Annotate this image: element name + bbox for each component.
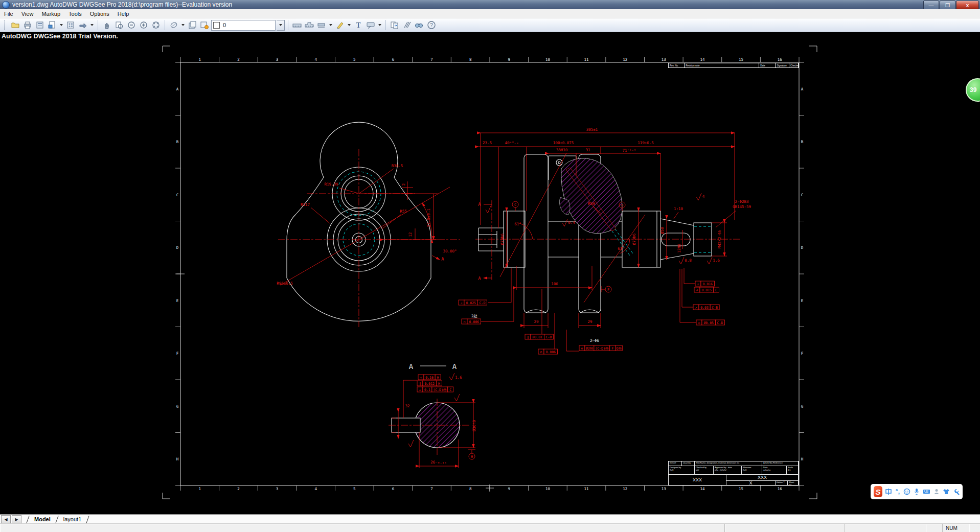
- tab-scroll-left-button[interactable]: ◀: [1, 515, 11, 524]
- dim-label: 31: [585, 148, 590, 152]
- title-block-cell: XXX: [669, 475, 726, 485]
- zoom-extents-button[interactable]: [150, 19, 162, 31]
- export-dropdown[interactable]: [60, 24, 63, 26]
- next-file-button[interactable]: [77, 19, 88, 31]
- drawing-canvas[interactable]: ↗0.025C-D∩0.006∥Ø0.01C-D∩0.006⊕Ø2Ⓜ(C-D)Ⓜ…: [0, 0, 980, 532]
- title-block: ItemrefQuantityTitle/Name, designation, …: [668, 461, 799, 485]
- zone-number: 2: [237, 57, 240, 62]
- zone-number: 2: [237, 487, 240, 491]
- print-button[interactable]: [22, 19, 33, 31]
- zone-number: 8: [469, 487, 472, 491]
- dim-label: Ø30h9: [472, 420, 476, 432]
- zone-number: 6: [392, 487, 395, 491]
- title-block-cell: Itemref: [669, 461, 682, 466]
- tab-scroll-right-button[interactable]: ▶: [12, 515, 21, 524]
- dim-label: 61°: [618, 246, 625, 251]
- dim-label: M42X2-6h: [717, 230, 722, 248]
- svg-text:?: ?: [430, 22, 433, 28]
- dimension-button[interactable]: [316, 19, 327, 31]
- measure-distance-button[interactable]: [291, 19, 303, 31]
- pan-button[interactable]: [101, 19, 112, 31]
- export-button[interactable]: [47, 19, 58, 31]
- menu-file[interactable]: File: [0, 10, 17, 17]
- zone-number: 7: [430, 487, 433, 491]
- markup-pen-dropdown[interactable]: [348, 24, 351, 26]
- dim-label: 1.6: [713, 258, 720, 263]
- dim-label: F: [607, 288, 609, 292]
- feature-control-frame-text: ∩: [540, 350, 542, 354]
- layer-select[interactable]: 0: [211, 20, 276, 31]
- zone-number: 16: [778, 57, 783, 62]
- sogou-logo[interactable]: S: [874, 486, 882, 497]
- thumbnail-view-button[interactable]: [65, 19, 76, 31]
- layer-select-dropdown[interactable]: [277, 20, 285, 31]
- tab-divider: [55, 516, 58, 523]
- menu-tools[interactable]: Tools: [64, 10, 86, 17]
- side-view: [475, 133, 741, 351]
- title-bar: version1.dwg AutoDWG DWGSee Pro 2018(d:\…: [0, 0, 980, 9]
- open-button[interactable]: [10, 19, 21, 31]
- dim-label: 61°: [514, 222, 521, 226]
- restore-button[interactable]: ❐: [940, 1, 955, 10]
- menu-view[interactable]: View: [17, 10, 38, 17]
- zone-number: 14: [700, 57, 705, 62]
- copy-to-clipboard-button[interactable]: [389, 19, 400, 31]
- markup-pen-button[interactable]: [334, 19, 346, 31]
- next-file-dropdown[interactable]: [90, 24, 94, 26]
- account-icon[interactable]: [933, 488, 940, 496]
- feature-control-frame-text: C-D: [546, 335, 552, 339]
- text-tool-button[interactable]: T: [353, 19, 364, 31]
- dimension-dropdown[interactable]: [329, 24, 332, 26]
- dim-label: 23.5: [483, 141, 492, 145]
- front-view: [278, 122, 460, 327]
- callout-button[interactable]: [365, 19, 376, 31]
- dim-label: A: [441, 257, 444, 262]
- zone-letter: E: [801, 298, 804, 303]
- menu-help[interactable]: Help: [113, 10, 133, 17]
- find-button[interactable]: [414, 19, 425, 31]
- dim-label: Ø70h6: [632, 233, 636, 245]
- zoom-window-button[interactable]: [113, 19, 125, 31]
- zone-number: 5: [353, 57, 356, 62]
- menu-options[interactable]: Options: [86, 10, 113, 17]
- layer-color-button[interactable]: [199, 19, 210, 31]
- zone-number: 10: [545, 57, 551, 62]
- menu-markup[interactable]: Markup: [37, 10, 64, 17]
- title-block-cell: Scale1:1: [787, 466, 799, 475]
- dim-label: A: [478, 202, 481, 207]
- print-preview-button[interactable]: [34, 19, 45, 31]
- layout-tab-strip: ◀ ▶ Model layout1: [0, 514, 980, 524]
- soft-keyboard-icon[interactable]: [923, 488, 930, 496]
- title-block-cell: XXX: [726, 475, 799, 481]
- tab-layout1[interactable]: layout1: [60, 516, 84, 522]
- dim-label: A: [409, 362, 414, 371]
- feature-control-frame-text: C: [715, 288, 717, 292]
- minimize-button[interactable]: —: [923, 1, 939, 10]
- emoji-icon[interactable]: [903, 488, 910, 496]
- zoom-in-button[interactable]: [138, 19, 149, 31]
- title-block-cell: Title/Name, designation, material, dimen…: [695, 461, 762, 466]
- zone-number: 4: [314, 57, 317, 62]
- zone-letter: F: [176, 351, 179, 356]
- voice-input-icon[interactable]: [913, 488, 920, 496]
- hatch-settings-button[interactable]: [401, 19, 413, 31]
- callout-dropdown[interactable]: [378, 24, 381, 26]
- skin-icon[interactable]: [943, 488, 950, 496]
- feature-control-frame-text: 0.1: [424, 388, 430, 392]
- eraser-tool-button[interactable]: [168, 19, 179, 31]
- chinese-mode-icon[interactable]: [885, 488, 892, 496]
- layers-button[interactable]: [187, 19, 198, 31]
- dim-label: H: [471, 455, 473, 459]
- zone-letter: A: [801, 87, 804, 91]
- eraser-dropdown[interactable]: [181, 24, 185, 26]
- close-button[interactable]: x: [956, 1, 979, 10]
- zoom-out-button[interactable]: [126, 19, 137, 31]
- tab-model[interactable]: Model: [31, 516, 54, 522]
- dim-label: 29: [587, 319, 592, 324]
- measure-area-button[interactable]: [304, 19, 315, 31]
- dim-label: 2: [401, 183, 406, 186]
- settings-wrench-icon[interactable]: [952, 488, 960, 496]
- dim-label: 40⁺⁸₋₃: [505, 141, 518, 145]
- punctuation-icon[interactable]: °,: [895, 488, 901, 496]
- help-button[interactable]: ?: [426, 19, 437, 31]
